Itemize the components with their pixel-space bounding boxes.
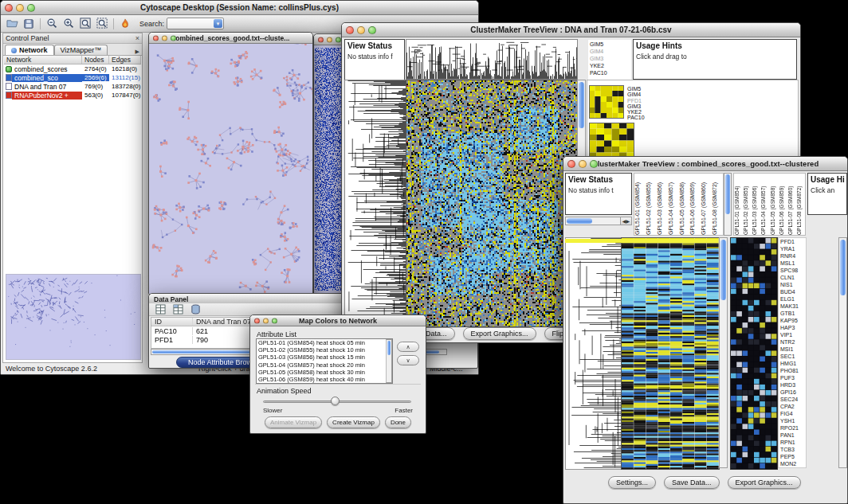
expression-heatmap[interactable] bbox=[621, 237, 720, 470]
tab-network[interactable]: Network bbox=[5, 45, 54, 55]
database-icon[interactable] bbox=[188, 303, 202, 317]
treeview-action-button[interactable]: Export Graphics... bbox=[728, 476, 801, 489]
titlebar[interactable]: Map Colors to Network bbox=[250, 315, 426, 326]
maximize-button[interactable] bbox=[171, 35, 176, 41]
treeview-action-button[interactable]: Export Graphics... bbox=[463, 327, 536, 340]
gene-label[interactable]: YSH1 bbox=[780, 418, 804, 424]
gene-label[interactable]: GTB1 bbox=[780, 311, 804, 316]
correlation-matrix-small[interactable] bbox=[589, 85, 624, 119]
gene-label[interactable]: GIM4 bbox=[590, 48, 630, 55]
gene-label[interactable]: PAC10 bbox=[627, 115, 645, 120]
gene-label[interactable]: HMG1 bbox=[780, 361, 804, 366]
gene-label[interactable]: SPC98 bbox=[780, 268, 804, 273]
scrollbar-thumb[interactable] bbox=[840, 240, 846, 295]
gene-label[interactable]: GIM3 bbox=[627, 104, 645, 109]
gene-label[interactable]: GIM5 bbox=[627, 86, 645, 92]
scrollbar-thumb[interactable] bbox=[725, 174, 730, 214]
vertical-scrollbar[interactable] bbox=[838, 237, 847, 468]
titlebar[interactable] bbox=[314, 34, 344, 45]
column-header[interactable]: GPL51-08 (GSM872) bbox=[712, 174, 723, 235]
close-button[interactable] bbox=[567, 160, 575, 168]
zoom-selected-icon[interactable] bbox=[95, 17, 109, 31]
detail-heatmap[interactable] bbox=[730, 237, 778, 470]
treeview-action-button[interactable]: Settings... bbox=[608, 476, 656, 489]
close-icon[interactable]: × bbox=[135, 35, 139, 42]
zoom-in-icon[interactable] bbox=[61, 17, 76, 31]
gene-label[interactable]: PAC10 bbox=[590, 69, 630, 76]
main-titlebar[interactable]: Cytoscape Desktop (Session Name: collins… bbox=[1, 1, 478, 15]
dense-cluster-view[interactable] bbox=[314, 45, 344, 294]
gene-label[interactable]: RPN1 bbox=[780, 440, 804, 445]
column-header[interactable]: GPL51-07 (GSM860) bbox=[701, 174, 712, 235]
gene-label[interactable]: TCB3 bbox=[780, 447, 804, 452]
gene-label[interactable]: YRA1 bbox=[780, 246, 804, 252]
minimize-button[interactable] bbox=[579, 160, 587, 168]
gene-label[interactable]: MAK31 bbox=[780, 303, 804, 309]
move-up-button[interactable]: ∧ bbox=[397, 342, 419, 352]
maximize-button[interactable] bbox=[368, 26, 376, 34]
gene-label[interactable]: HRD3 bbox=[780, 382, 804, 388]
column-header[interactable]: GPL51-02 (GSM855) bbox=[646, 174, 657, 235]
expression-heatmap[interactable] bbox=[406, 80, 578, 327]
column-header[interactable]: GPL51-06 (GSM859) bbox=[689, 174, 701, 235]
scrollbar-arrows[interactable]: ◀▶ bbox=[620, 217, 631, 225]
gene-label[interactable]: NIS1 bbox=[780, 282, 804, 287]
close-button[interactable] bbox=[346, 26, 354, 34]
gene-label[interactable]: FIG4 bbox=[780, 411, 804, 416]
column-header[interactable]: GPL51-01 (GSM854) bbox=[634, 174, 646, 235]
gene-label[interactable]: ELG1 bbox=[780, 296, 804, 302]
column-header[interactable]: GPL51-06 (GSM859) bbox=[779, 174, 787, 235]
scrollbar-thumb[interactable] bbox=[567, 218, 592, 224]
column-header[interactable]: GPL51-05 (GSM858) bbox=[770, 174, 779, 235]
gene-label[interactable]: PFD1 bbox=[780, 239, 804, 244]
gene-label[interactable]: HAP3 bbox=[780, 325, 804, 330]
chevron-down-icon[interactable]: ▼ bbox=[214, 19, 222, 28]
gene-label[interactable]: VIP1 bbox=[780, 332, 804, 338]
minimize-button[interactable] bbox=[327, 37, 332, 42]
titlebar[interactable]: combined_scores_good.txt--cluste... bbox=[149, 33, 312, 44]
zoom-fit-icon[interactable] bbox=[78, 17, 92, 31]
column-header[interactable]: Nodes bbox=[82, 56, 109, 64]
vertical-scrollbar[interactable] bbox=[719, 237, 728, 468]
attribute-list-item[interactable]: GPL51-01 (GSM854) heat shock 05 min bbox=[258, 339, 392, 346]
gene-label[interactable]: BUD4 bbox=[780, 289, 804, 295]
gene-label[interactable]: PUF3 bbox=[780, 375, 804, 381]
gene-label[interactable]: RNR4 bbox=[780, 253, 804, 259]
treeview-action-button[interactable]: Save Data... bbox=[664, 476, 720, 489]
titlebar[interactable]: ClusterMaker TreeView : DNA and Tran 07-… bbox=[342, 23, 800, 37]
gene-label[interactable]: MSL1 bbox=[780, 260, 804, 266]
row-dendrogram[interactable] bbox=[565, 237, 622, 470]
network-overview-thumbnail[interactable] bbox=[6, 274, 141, 360]
search-input[interactable]: ▼ bbox=[167, 18, 224, 29]
minimize-button[interactable] bbox=[357, 26, 365, 34]
open-folder-icon[interactable] bbox=[5, 17, 19, 31]
minimize-button[interactable] bbox=[263, 318, 269, 323]
network-graph-canvas[interactable] bbox=[149, 44, 312, 294]
column-header[interactable]: Network bbox=[4, 56, 82, 64]
table-row[interactable]: RNAPuberNov2 + 563(0) 107847(0) bbox=[4, 91, 141, 100]
gene-label[interactable]: KAP95 bbox=[780, 318, 804, 323]
gene-label[interactable]: SEC1 bbox=[780, 354, 804, 359]
tab-overflow-arrow[interactable]: ▶ bbox=[133, 49, 142, 55]
gene-label[interactable]: GIM3 bbox=[590, 55, 630, 62]
column-header[interactable]: GPL51-03 (GSM856) bbox=[752, 174, 760, 235]
vertical-scrollbar[interactable] bbox=[724, 173, 732, 236]
gene-label[interactable]: NTR2 bbox=[780, 339, 804, 345]
gene-label[interactable]: RPO21 bbox=[780, 425, 804, 431]
column-header[interactable]: GPL51-01 (GSM854) bbox=[734, 174, 743, 235]
done-button[interactable]: Done bbox=[385, 416, 411, 428]
gene-label[interactable]: PAN1 bbox=[780, 432, 804, 438]
close-button[interactable] bbox=[153, 35, 159, 41]
attribute-list-item[interactable]: GPL51-02 (GSM855) heat shock 10 min bbox=[258, 346, 392, 354]
column-header[interactable]: GPL51-04 (GSM857) bbox=[668, 174, 679, 235]
close-button[interactable] bbox=[254, 318, 260, 323]
gene-label[interactable]: SEC24 bbox=[780, 397, 804, 402]
zoom-out-icon[interactable] bbox=[45, 17, 59, 31]
column-header[interactable]: GPL51-04 (GSM857) bbox=[760, 174, 769, 235]
gene-label[interactable]: YKE2 bbox=[627, 109, 645, 115]
close-button[interactable] bbox=[5, 4, 13, 12]
row-dendrogram[interactable] bbox=[344, 80, 406, 327]
gene-label[interactable]: MON2 bbox=[780, 461, 804, 467]
scrollbar-thumb[interactable] bbox=[579, 82, 584, 128]
column-header[interactable]: GPL51-08 (GSM872) bbox=[796, 174, 805, 235]
